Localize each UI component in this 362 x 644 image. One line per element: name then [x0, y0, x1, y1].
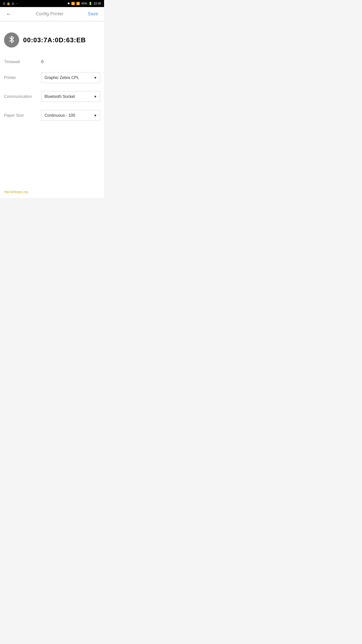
printer-label: Printer [4, 75, 39, 80]
paper-size-row: Paper Size Continuous - 100 Continuous -… [4, 106, 100, 125]
communication-select-wrapper[interactable]: Bluetooth Socket WiFi Socket USB [41, 91, 100, 102]
bluetooth-symbol [8, 35, 15, 45]
footer-link[interactable]: http://philogos.org [4, 190, 28, 194]
content-spacer [4, 125, 100, 175]
clock: 10:30 [94, 2, 101, 5]
save-button[interactable]: Save [86, 9, 100, 19]
communication-select[interactable]: Bluetooth Socket WiFi Socket USB [41, 91, 100, 102]
timewait-value: 0 [41, 60, 43, 64]
device-mac-address: 00:03:7A:0D:63:EB [23, 36, 86, 44]
signal-icon: 📶 [76, 2, 80, 5]
device-header: 00:03:7A:0D:63:EB [4, 26, 100, 56]
status-bar: S 🔒 ⊙ ··· ✱ 📶 📶 43% 🔋 10:30 [0, 0, 104, 7]
bluetooth-device-icon [4, 32, 19, 48]
more-icon: ··· [16, 2, 18, 5]
status-right-icons: ✱ 📶 📶 43% 🔋 10:30 [67, 2, 101, 5]
wifi-icon: 📶 [71, 2, 75, 5]
app-bar: ← Config Printer Save [0, 7, 104, 21]
paper-size-label: Paper Size [4, 113, 39, 118]
main-content: 00:03:7A:0D:63:EB Timewait 0 Printer Gra… [0, 21, 104, 185]
timewait-row: Timewait 0 [4, 56, 100, 68]
battery-text: 43% [81, 2, 87, 5]
status-left-icons: S 🔒 ⊙ ··· [3, 2, 18, 6]
printer-select[interactable]: Graphic Zebra CPL Graphic Zebra ZPL Bixo… [41, 72, 100, 83]
paper-size-select[interactable]: Continuous - 100 Continuous - 80 Label 4… [41, 110, 100, 121]
communication-label: Communication [4, 94, 39, 99]
back-arrow-icon: ← [6, 11, 12, 17]
lock-icon: 🔒 [7, 2, 10, 5]
timewait-label: Timewait [4, 60, 39, 64]
paper-size-select-wrapper[interactable]: Continuous - 100 Continuous - 80 Label 4… [41, 110, 100, 121]
printer-row: Printer Graphic Zebra CPL Graphic Zebra … [4, 68, 100, 87]
sync-icon: ⊙ [12, 2, 14, 6]
bluetooth-status-icon: ✱ [67, 2, 70, 5]
back-button[interactable]: ← [4, 9, 14, 19]
page-title: Config Printer [14, 11, 86, 17]
communication-row: Communication Bluetooth Socket WiFi Sock… [4, 87, 100, 106]
printer-select-wrapper[interactable]: Graphic Zebra CPL Graphic Zebra ZPL Bixo… [41, 72, 100, 83]
app-icon-s: S [3, 2, 5, 6]
footer: http://philogos.org [0, 185, 104, 198]
battery-icon: 🔋 [88, 2, 92, 5]
